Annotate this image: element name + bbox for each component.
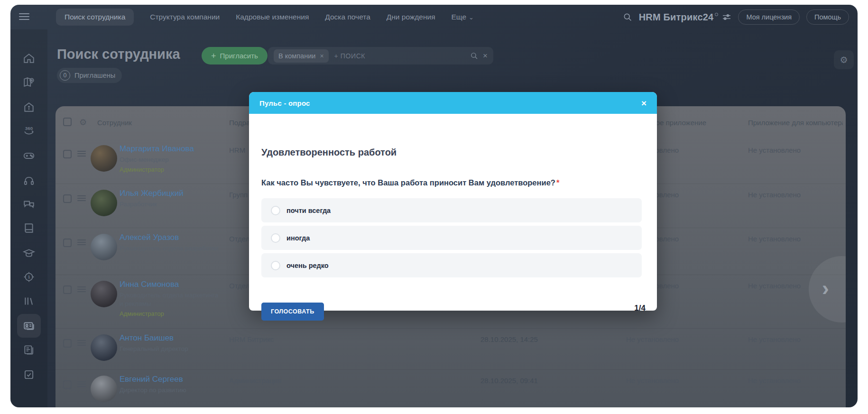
drag-handle-icon[interactable] (77, 195, 86, 202)
employee-name-link[interactable]: Алексей Уразов (120, 233, 222, 242)
tab-employee-search[interactable]: Поиск сотрудника (56, 9, 134, 26)
plus-icon: + (211, 52, 216, 60)
filter-tag-in-company[interactable]: В компании × (274, 49, 329, 63)
tab-birthdays[interactable]: Дни рождения (387, 13, 435, 21)
tab-more[interactable]: Еще⌄ (452, 13, 474, 21)
desktop-app-cell: Не установлено (748, 191, 801, 199)
column-header-employee[interactable]: Сотрудник (97, 119, 132, 127)
graduation-cap-icon[interactable] (23, 247, 35, 259)
svg-text:1: 1 (28, 275, 30, 279)
invite-button[interactable]: + Пригласить (202, 47, 268, 64)
documents-icon[interactable] (23, 344, 35, 356)
option-label: почти всегда (286, 207, 331, 214)
invited-counter-badge[interactable]: 0 Приглашены (57, 68, 122, 83)
employee-role: Администратор (120, 310, 222, 317)
building-info-icon[interactable] (23, 101, 35, 113)
employee-name-link[interactable]: Евгений Сергеев (120, 375, 222, 384)
select-all-checkbox[interactable] (63, 118, 72, 126)
rotate-360-icon[interactable]: 360 (23, 124, 35, 137)
chevron-down-icon: ⌄ (469, 14, 474, 21)
mobile-app-cell: Не установлено (626, 377, 679, 385)
department-cell: Администрация (229, 377, 281, 385)
drag-handle-icon[interactable] (77, 381, 86, 388)
home-icon[interactable] (23, 52, 35, 64)
grid-settings-gear-icon[interactable]: ⚙ (79, 117, 87, 128)
logo-reg-mark (715, 13, 718, 16)
search-icon[interactable] (470, 52, 478, 60)
headset-icon[interactable] (23, 175, 35, 187)
clear-filter-icon[interactable]: × (483, 51, 488, 61)
radio-button[interactable] (271, 233, 280, 243)
close-icon[interactable]: × (641, 99, 646, 108)
drag-handle-icon[interactable] (77, 340, 86, 347)
radio-button[interactable] (271, 261, 280, 270)
avatar[interactable] (91, 145, 117, 172)
book-icon[interactable] (23, 222, 35, 234)
survey-options: почти всегда иногда очень редко (261, 198, 642, 277)
avatar[interactable] (91, 234, 117, 260)
radio-button[interactable] (271, 206, 280, 215)
avatar[interactable] (91, 334, 117, 361)
vote-button[interactable]: ГОЛОСОВАТЬ (261, 303, 324, 321)
employee-name-link[interactable]: Антон Баишев (120, 333, 222, 343)
chat-bubbles-icon[interactable] (23, 198, 35, 211)
option-almost-always[interactable]: почти всегда (261, 198, 642, 222)
modal-title: Пульс - опрос (259, 99, 310, 107)
department-cell: HRM Битрикс (229, 335, 274, 343)
invited-label: Приглашены (74, 72, 115, 79)
tab-hr-changes[interactable]: Кадровые изменения (236, 13, 309, 21)
row-checkbox[interactable] (63, 285, 72, 294)
filter-search-bar[interactable]: В компании × + поиск × (268, 47, 493, 64)
checkbox-icon[interactable] (23, 368, 35, 381)
tab-honor-board[interactable]: Доска почета (325, 13, 370, 21)
avatar[interactable] (91, 190, 117, 216)
department-cell: Групп (229, 191, 248, 199)
employee-name-link[interactable]: Инна Симонова (120, 280, 222, 289)
sidebar-item-employees[interactable] (17, 314, 41, 338)
brand-logo: HRM Битрикс24 (639, 12, 732, 23)
remove-tag-icon[interactable]: × (320, 52, 323, 60)
option-sometimes[interactable]: иногда (261, 226, 642, 250)
search-icon[interactable] (623, 12, 632, 22)
row-checkbox[interactable] (63, 194, 72, 203)
desktop-app-cell: Не установлено (748, 335, 801, 343)
top-nav-tabs: Поиск сотрудника Структура компании Кадр… (56, 5, 474, 29)
page-settings-gear-icon[interactable]: ⚙ (834, 50, 854, 69)
sidebar: 360 1 (10, 29, 47, 407)
department-cell: Отдел (229, 282, 249, 290)
modal-header: Пульс - опрос × (249, 92, 657, 114)
employee-name-link[interactable]: Маргарита Иванова (120, 144, 222, 154)
desktop-app-cell: Не установлено (748, 282, 801, 290)
row-checkbox[interactable] (63, 339, 72, 348)
row-checkbox[interactable] (63, 380, 72, 389)
avatar[interactable] (91, 376, 117, 402)
option-very-rarely[interactable]: очень редко (261, 253, 642, 277)
row-checkbox[interactable] (63, 150, 72, 158)
target-icon[interactable]: 1 (23, 271, 35, 283)
books-icon[interactable] (23, 295, 35, 307)
employee-position: Офис-менеджер (120, 156, 222, 164)
employee-name-link[interactable]: Илья Жербицкий (120, 189, 222, 198)
row-checkbox[interactable] (63, 239, 72, 247)
desktop-app-cell: Не установлено (748, 235, 801, 243)
my-license-button[interactable]: Моя лицензия (738, 9, 800, 25)
top-bar: Поиск сотрудника Структура компании Кадр… (10, 5, 858, 29)
help-button[interactable]: Помощь (806, 9, 849, 25)
tab-company-structure[interactable]: Структура компании (150, 13, 220, 21)
drag-handle-icon[interactable] (77, 239, 86, 246)
drag-handle-icon[interactable] (77, 151, 86, 157)
menu-burger-icon[interactable] (19, 13, 29, 21)
table-row[interactable]: Евгений Сергеев Директор по развитию Адм… (55, 369, 846, 407)
chevron-right-icon: › (822, 276, 829, 300)
column-header-desktop-app[interactable]: Приложение для компьютера (748, 119, 843, 127)
id-card-icon (23, 320, 35, 332)
map-pin-icon[interactable] (23, 76, 35, 88)
drag-handle-icon[interactable] (77, 286, 86, 293)
topbar-right: HRM Битрикс24 Моя лицензия Помощь (623, 5, 849, 29)
desktop-app-cell: Не установлено (748, 377, 801, 385)
table-row[interactable]: Антон Баишев Генеральный директор HRM Би… (55, 328, 846, 369)
avatar[interactable] (91, 281, 117, 307)
filter-placeholder: + поиск (334, 52, 366, 60)
sliders-icon[interactable] (722, 13, 731, 21)
gamepad-icon[interactable] (23, 149, 35, 162)
